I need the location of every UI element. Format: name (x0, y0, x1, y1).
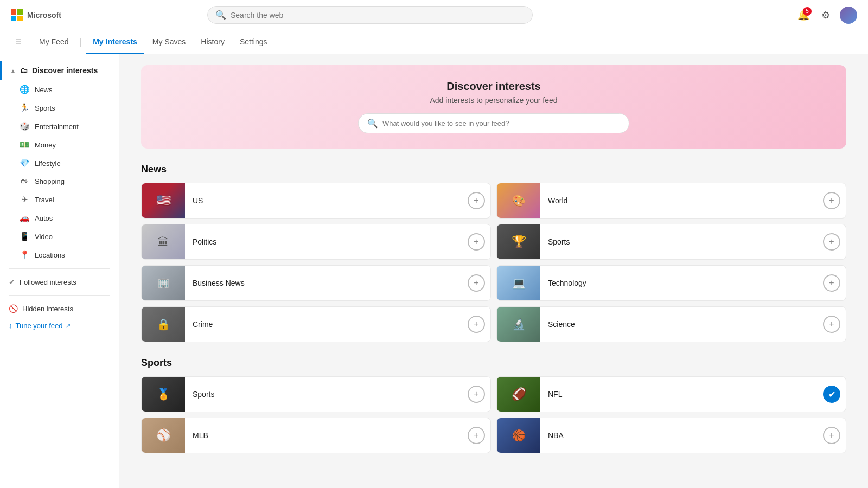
mlb-label: MLB (185, 431, 468, 440)
ms-logo-icon (11, 9, 23, 21)
sports-gen-thumb: 🏅 (142, 377, 185, 412)
add-nfl-button[interactable]: ✔ (823, 386, 840, 403)
interest-card-crime[interactable]: 🔒 Crime + (141, 306, 491, 342)
notifications-button[interactable]: 🔔 5 (795, 7, 812, 23)
sidebar-item-lifestyle[interactable]: 💎 Lifestyle (0, 154, 119, 172)
discover-icon: 🗂 (20, 66, 28, 75)
page-layout: ▲ 🗂 Discover interests 🌐 News 🏃 Sports 🎲… (0, 54, 868, 488)
crime-thumb: 🔒 (142, 307, 185, 342)
add-us-button[interactable]: + (468, 192, 485, 209)
followed-icon: ✔ (9, 278, 15, 286)
search-icon: 🔍 (215, 10, 226, 20)
sidebar-discover-header[interactable]: ▲ 🗂 Discover interests (0, 61, 119, 80)
science-label: Science (540, 320, 823, 329)
sidebar-followed[interactable]: ✔ Followed interests (0, 273, 119, 291)
politics-thumb: 🏛 (142, 224, 185, 259)
discover-search-bar[interactable]: 🔍 (358, 113, 629, 133)
nav-settings[interactable]: Settings (233, 30, 274, 54)
interest-card-science[interactable]: 🔬 Science + (496, 306, 846, 342)
interest-card-politics[interactable]: 🏛 Politics + (141, 224, 491, 260)
topbar-right: 🔔 5 ⚙ (795, 7, 857, 24)
sidebar-travel-label: Travel (35, 196, 54, 204)
search-bar[interactable]: 🔍 (207, 6, 533, 24)
nba-thumb: 🏀 (497, 418, 540, 453)
interest-card-nfl[interactable]: 🏈 NFL ✔ (496, 376, 846, 412)
sports-news-label: Sports (540, 237, 823, 246)
interest-card-sports-gen[interactable]: 🏅 Sports + (141, 376, 491, 412)
interest-card-nba[interactable]: 🏀 NBA + (496, 418, 846, 453)
business-thumb: 🏢 (142, 266, 185, 300)
discover-search-input[interactable] (382, 119, 620, 127)
avatar[interactable] (840, 7, 857, 24)
nfl-label: NFL (540, 390, 823, 399)
sidebar-video-label: Video (35, 233, 53, 241)
sidebar-item-shopping[interactable]: 🛍 Shopping (0, 172, 119, 190)
add-nba-button[interactable]: + (823, 427, 840, 444)
sidebar-item-locations[interactable]: 📍 Locations (0, 246, 119, 264)
travel-icon: ✈ (20, 195, 29, 204)
nav-my-saves[interactable]: My Saves (146, 30, 192, 54)
sidebar-item-money[interactable]: 💵 Money (0, 136, 119, 154)
sports-gen-label: Sports (185, 390, 468, 399)
interest-card-mlb[interactable]: ⚾ MLB + (141, 418, 491, 453)
interest-card-world[interactable]: 🎨 World + (496, 183, 846, 219)
arrow-icon: ▲ (10, 68, 16, 74)
entertainment-icon: 🎲 (20, 121, 29, 131)
settings-button[interactable]: ⚙ (819, 7, 832, 23)
sidebar-hidden[interactable]: 🚫 Hidden interests (0, 300, 119, 317)
sidebar-autos-label: Autos (35, 214, 53, 222)
interest-card-sports-news[interactable]: 🏆 Sports + (496, 224, 846, 260)
interest-card-business[interactable]: 🏢 Business News + (141, 265, 491, 301)
nav-my-interests[interactable]: My Interests (86, 30, 144, 54)
sidebar-hidden-label: Hidden interests (22, 305, 73, 313)
nav-history[interactable]: History (194, 30, 231, 54)
video-icon: 📱 (20, 232, 29, 241)
add-crime-button[interactable]: + (468, 316, 485, 333)
notification-badge: 5 (803, 7, 812, 16)
crime-label: Crime (185, 320, 468, 329)
lifestyle-icon: 💎 (20, 158, 29, 168)
sidebar-item-sports[interactable]: 🏃 Sports (0, 99, 119, 117)
discover-title: Discover interests (156, 80, 831, 93)
add-sports-gen-button[interactable]: + (468, 386, 485, 403)
sidebar-sports-label: Sports (35, 104, 55, 112)
sidebar-followed-label: Followed interests (20, 278, 76, 286)
sidebar-money-label: Money (35, 141, 56, 149)
sidebar-item-video[interactable]: 📱 Video (0, 227, 119, 246)
logo-text: Microsoft (27, 11, 61, 20)
search-input[interactable] (231, 11, 525, 20)
interest-card-technology[interactable]: 💻 Technology + (496, 265, 846, 301)
avatar-image (840, 7, 857, 24)
add-sports-news-button[interactable]: + (823, 233, 840, 251)
discover-subtitle: Add interests to personalize your feed (156, 96, 831, 105)
logo: Microsoft (11, 9, 76, 21)
interest-card-us[interactable]: 🇺🇸 US + (141, 183, 491, 219)
add-science-button[interactable]: + (823, 316, 840, 333)
sidebar-item-autos[interactable]: 🚗 Autos (0, 209, 119, 227)
politics-label: Politics (185, 237, 468, 246)
world-label: World (540, 196, 823, 205)
us-thumb: 🇺🇸 (142, 183, 185, 218)
world-thumb: 🎨 (497, 183, 540, 218)
mlb-thumb: ⚾ (142, 418, 185, 453)
science-thumb: 🔬 (497, 307, 540, 342)
sidebar-news-label: News (35, 86, 53, 94)
hidden-icon: 🚫 (9, 304, 18, 313)
sidebar-item-entertainment[interactable]: 🎲 Entertainment (0, 117, 119, 136)
sidebar-item-news[interactable]: 🌐 News (0, 80, 119, 99)
add-technology-button[interactable]: + (823, 274, 840, 292)
add-politics-button[interactable]: + (468, 233, 485, 251)
hamburger-button[interactable]: ☰ (11, 34, 26, 50)
tune-feed-link[interactable]: ↕ Tune your feed ↗ (0, 317, 119, 334)
sports-grid: 🏅 Sports + 🏈 NFL ✔ ⚾ MLB (141, 376, 846, 453)
sidebar-item-travel[interactable]: ✈ Travel (0, 190, 119, 209)
nav-my-feed[interactable]: My Feed (33, 30, 75, 54)
sidebar-shopping-label: Shopping (35, 177, 65, 185)
autos-icon: 🚗 (20, 213, 29, 223)
add-mlb-button[interactable]: + (468, 427, 485, 444)
add-business-button[interactable]: + (468, 274, 485, 292)
sports-icon: 🏃 (20, 103, 29, 113)
technology-label: Technology (540, 279, 823, 287)
add-world-button[interactable]: + (823, 192, 840, 209)
nba-label: NBA (540, 431, 823, 440)
